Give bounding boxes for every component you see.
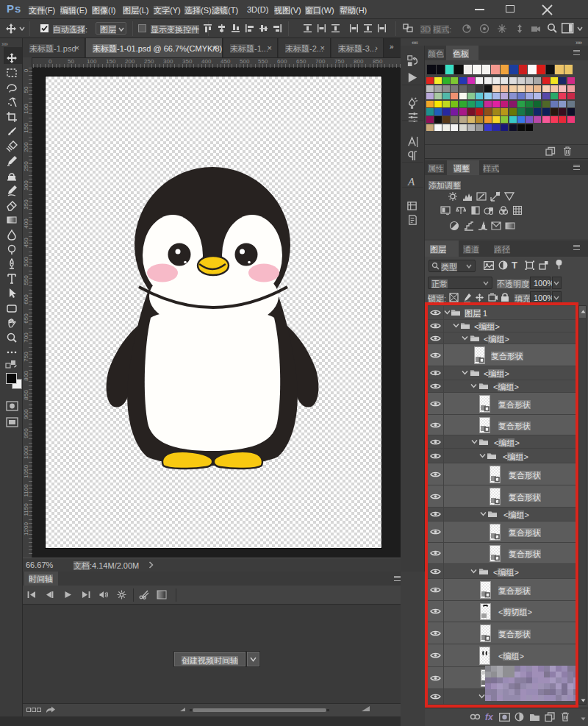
svg-text:A: A: [407, 176, 415, 188]
